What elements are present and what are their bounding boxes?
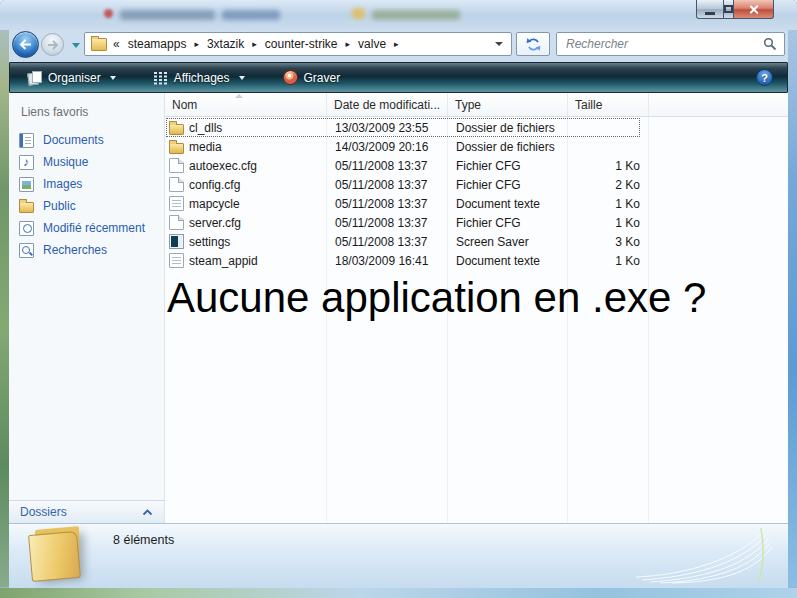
folders-expander[interactable]: Dossiers [9, 500, 165, 523]
file-name: config.cfg [189, 178, 240, 192]
file-row-config.cfg[interactable]: config.cfg05/11/2008 13:37Fichier CFG2 K… [165, 175, 788, 194]
breadcrumb-overflow-icon[interactable]: « [111, 37, 122, 51]
file-date: 13/03/2009 23:55 [327, 121, 448, 135]
file-row-settings[interactable]: settings05/11/2008 13:37Screen Saver3 Ko [165, 232, 788, 251]
recent-pages-dropdown-icon[interactable] [72, 43, 80, 48]
forward-arrow-icon [47, 40, 59, 50]
file-list: Nom Date de modificati... Type Taille cl… [165, 93, 788, 523]
searches-icon [19, 243, 34, 258]
sidebar-item-label: Musique [43, 155, 88, 169]
folder-icon [91, 38, 107, 51]
column-header-type[interactable]: Type [448, 93, 568, 116]
annotation-text: Aucune application en .exe ? [167, 274, 706, 322]
search-input[interactable] [564, 36, 757, 52]
sidebar-item-recent[interactable]: Modifié récemment [9, 217, 163, 239]
sidebar-item-label: Public [43, 199, 76, 213]
file-type: Fichier CFG [448, 178, 568, 192]
file-type: Document texte [448, 254, 568, 268]
titlebar-blur-decoration [372, 10, 460, 20]
breadcrumb-separator-icon[interactable]: ▸ [192, 39, 201, 49]
views-icon [154, 71, 168, 85]
file-row-media[interactable]: media14/03/2009 20:16Dossier de fichiers [165, 137, 788, 156]
favorites-title: Liens favoris [21, 105, 88, 119]
file-name: autoexec.cfg [189, 159, 257, 173]
column-header-size[interactable]: Taille [568, 93, 649, 116]
window-controls [696, 0, 774, 19]
sidebar-item-searches[interactable]: Recherches [9, 239, 163, 261]
pictures-icon [19, 177, 34, 192]
file-icon [169, 158, 184, 173]
back-button[interactable] [12, 31, 39, 58]
titlebar-blur-decoration [104, 9, 113, 18]
folder-icon [169, 143, 184, 154]
sidebar-item-music[interactable]: Musique [9, 151, 163, 173]
address-bar[interactable]: «steamapps▸3xtazik▸counter-strike▸valve▸ [84, 32, 512, 56]
column-header-date[interactable]: Date de modificati... [327, 93, 448, 116]
help-button[interactable]: ? [756, 69, 773, 86]
explorer-window: «steamapps▸3xtazik▸counter-strike▸valve▸… [0, 0, 797, 598]
item-count: 8 éléments [113, 533, 174, 547]
burn-label: Graver [304, 71, 341, 85]
file-date: 05/11/2008 13:37 [327, 216, 448, 230]
file-row-mapcycle[interactable]: mapcycle05/11/2008 13:37Document texte1 … [165, 194, 788, 213]
address-dropdown-icon[interactable] [495, 42, 503, 46]
file-row-autoexec.cfg[interactable]: autoexec.cfg05/11/2008 13:37Fichier CFG1… [165, 156, 788, 175]
titlebar-blur-decoration [120, 10, 215, 20]
column-label: Taille [575, 98, 602, 112]
file-rows: cl_dlls13/03/2009 23:55Dossier de fichie… [165, 118, 788, 270]
breadcrumb-item-3xtazik[interactable]: 3xtazik [203, 37, 248, 51]
file-type: Dossier de fichiers [448, 121, 568, 135]
titlebar[interactable] [0, 0, 797, 30]
window-border-left [0, 0, 9, 598]
screensaver-icon [169, 234, 184, 249]
file-size: 1 Ko [568, 254, 649, 268]
titlebar-blur-decoration [222, 10, 280, 20]
file-icon [169, 215, 184, 230]
file-date: 05/11/2008 13:37 [327, 235, 448, 249]
maximize-button[interactable] [724, 0, 733, 19]
file-row-steam_appid[interactable]: steam_appid18/03/2009 16:41Document text… [165, 251, 788, 270]
file-type: Fichier CFG [448, 216, 568, 230]
column-header-filler [649, 93, 788, 116]
file-date: 05/11/2008 13:37 [327, 197, 448, 211]
file-date: 05/11/2008 13:37 [327, 159, 448, 173]
file-type: Fichier CFG [448, 159, 568, 173]
breadcrumb-item-counter-strike[interactable]: counter-strike [261, 37, 342, 51]
file-size: 1 Ko [568, 216, 649, 230]
refresh-button[interactable] [516, 32, 550, 56]
minimize-button[interactable] [696, 0, 724, 19]
navigation-pane: Liens favoris DocumentsMusiqueImagesPubl… [9, 93, 165, 500]
sidebar-item-documents[interactable]: Documents [9, 129, 163, 151]
breadcrumb-separator-icon[interactable]: ▸ [344, 39, 353, 49]
sidebar-item-pictures[interactable]: Images [9, 173, 163, 195]
sidebar-item-public[interactable]: Public [9, 195, 163, 217]
minimize-icon [705, 12, 715, 15]
views-button[interactable]: Affichages [146, 67, 253, 89]
organize-button[interactable]: Organiser [20, 66, 124, 89]
close-button[interactable] [733, 0, 774, 19]
file-name: mapcycle [189, 197, 240, 211]
breadcrumb-item-valve[interactable]: valve [354, 37, 390, 51]
folder-icon [169, 124, 184, 135]
burn-button[interactable]: Graver [275, 66, 349, 89]
file-size: 3 Ko [568, 235, 649, 249]
close-icon [748, 4, 759, 15]
breadcrumb-separator-icon[interactable]: ▸ [250, 39, 259, 49]
refresh-icon [525, 37, 542, 52]
file-row-server.cfg[interactable]: server.cfg05/11/2008 13:37Fichier CFG1 K… [165, 213, 788, 232]
column-header-name[interactable]: Nom [165, 93, 327, 116]
file-size: 2 Ko [568, 178, 649, 192]
chevron-down-icon [239, 76, 245, 80]
breadcrumb-separator-icon[interactable]: ▸ [392, 39, 401, 49]
file-name: server.cfg [189, 216, 241, 230]
forward-button[interactable] [41, 33, 64, 56]
file-type: Dossier de fichiers [448, 140, 568, 154]
breadcrumb-item-steamapps[interactable]: steamapps [124, 37, 191, 51]
search-icon[interactable] [763, 37, 777, 51]
sidebar-item-label: Documents [43, 133, 104, 147]
favorites-list: DocumentsMusiqueImagesPublicModifié réce… [9, 129, 163, 261]
text-icon [169, 196, 184, 211]
music-icon [19, 155, 34, 170]
file-row-cl_dlls[interactable]: cl_dlls13/03/2009 23:55Dossier de fichie… [165, 118, 788, 137]
column-label: Type [455, 98, 481, 112]
